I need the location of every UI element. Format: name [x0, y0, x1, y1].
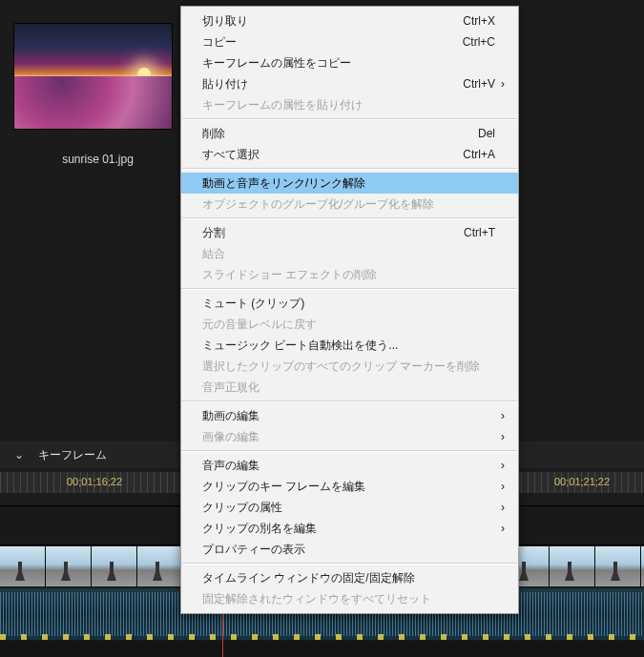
menu-separator: [182, 217, 517, 219]
timecode-right: 00;01;21;22: [554, 476, 610, 487]
menu-item-label: 画像の編集: [202, 429, 495, 445]
menu-item-label: プロパティーの表示: [202, 542, 495, 558]
menu-separator: [182, 450, 517, 452]
menu-item-shortcut: Ctrl+T: [464, 226, 495, 239]
menu-separator: [182, 168, 517, 170]
menu-item[interactable]: 分割Ctrl+T: [181, 222, 518, 243]
menu-separator: [182, 563, 517, 565]
menu-item-label: すべて選択: [202, 147, 455, 163]
menu-item-label: コピー: [202, 34, 455, 51]
menu-item-label: クリップの別名を編集: [202, 521, 495, 537]
menu-item[interactable]: 切り取りCtrl+X: [181, 10, 518, 31]
menu-item: 固定解除されたウィンドウをすべてリセット: [181, 588, 518, 609]
video-frame-thumb[interactable]: [46, 546, 92, 586]
menu-item-label: 音声正規化: [202, 380, 495, 396]
menu-item[interactable]: クリップの別名を編集›: [181, 518, 518, 539]
menu-item-label: 音声の編集: [202, 458, 495, 474]
menu-item-label: 固定解除されたウィンドウをすべてリセット: [202, 591, 495, 607]
menu-item[interactable]: プロパティーの表示: [181, 539, 518, 560]
submenu-arrow-icon: ›: [495, 480, 505, 493]
menu-item-shortcut: Del: [478, 127, 495, 140]
timeline-footer: [0, 641, 644, 657]
submenu-arrow-icon: ›: [495, 409, 505, 422]
submenu-arrow-icon: ›: [495, 522, 505, 535]
menu-item-label: 結合: [202, 246, 495, 262]
menu-item: 結合: [181, 243, 518, 264]
menu-item: キーフレームの属性を貼り付け: [181, 94, 518, 115]
submenu-arrow-icon: ›: [495, 459, 505, 472]
menu-item-label: キーフレームの属性をコピー: [202, 55, 495, 72]
menu-item-label: 削除: [202, 126, 470, 142]
video-frame-thumb[interactable]: [595, 546, 641, 586]
menu-item-label: 動画と音声をリンク/リンク解除: [202, 175, 495, 192]
menu-item: 元の音量レベルに戻す: [181, 314, 518, 335]
menu-item[interactable]: 動画の編集›: [181, 405, 518, 426]
menu-item: 画像の編集›: [181, 426, 518, 447]
chevron-down-icon[interactable]: ⌄: [0, 448, 38, 462]
video-frame-thumb[interactable]: [0, 546, 46, 586]
menu-item[interactable]: すべて選択Ctrl+A: [181, 144, 518, 165]
menu-item-label: キーフレームの属性を貼り付け: [202, 97, 495, 113]
menu-separator: [182, 400, 517, 402]
menu-item-label: オブジェクトのグループ化/グループ化を解除: [202, 196, 495, 213]
menu-item-label: クリップの属性: [202, 500, 495, 516]
video-frame-thumb[interactable]: [137, 546, 183, 586]
menu-item: 音声正規化: [181, 377, 518, 398]
app-root: sunrise 01.jpg ⌄ キーフレーム 00;01;16;22 00;0…: [0, 0, 644, 657]
menu-item-label: 貼り付け: [202, 76, 455, 92]
menu-item: オブジェクトのグループ化/グループ化を解除: [181, 194, 518, 215]
menu-item: スライドショー エフェクトの削除: [181, 264, 518, 285]
menu-item-label: 切り取り: [202, 13, 455, 30]
menu-item-label: ミュージック ビート自動検出を使う...: [202, 338, 495, 354]
submenu-arrow-icon: ›: [495, 501, 505, 514]
menu-item-shortcut: Ctrl+X: [463, 14, 495, 28]
menu-item-label: ミュート (クリップ): [202, 296, 495, 312]
media-clip[interactable]: sunrise 01.jpg: [14, 24, 181, 166]
menu-item[interactable]: ミュージック ビート自動検出を使う...: [181, 335, 518, 356]
submenu-arrow-icon: ›: [495, 77, 505, 91]
keyframe-button[interactable]: キーフレーム: [38, 447, 143, 463]
video-frame-thumb[interactable]: [550, 546, 595, 586]
menu-item[interactable]: クリップのキー フレームを編集›: [181, 476, 518, 497]
menu-item-label: タイムライン ウィンドウの固定/固定解除: [202, 570, 495, 586]
menu-item-label: 動画の編集: [202, 408, 495, 424]
menu-item[interactable]: キーフレームの属性をコピー: [181, 52, 518, 73]
menu-item[interactable]: 音声の編集›: [181, 455, 518, 476]
menu-item-label: 元の音量レベルに戻す: [202, 317, 495, 333]
menu-item[interactable]: クリップの属性›: [181, 497, 518, 518]
menu-item-shortcut: Ctrl+V: [463, 77, 495, 91]
timecode-left: 00;01;16;22: [67, 476, 122, 487]
menu-separator: [182, 118, 517, 120]
menu-item-label: クリップのキー フレームを編集: [202, 479, 495, 495]
menu-item-label: スライドショー エフェクトの削除: [202, 267, 495, 283]
menu-item[interactable]: 削除Del: [181, 123, 518, 144]
menu-item[interactable]: 貼り付けCtrl+V›: [181, 73, 518, 94]
media-filename: sunrise 01.jpg: [14, 153, 181, 166]
menu-item[interactable]: ミュート (クリップ): [181, 293, 518, 314]
menu-item-label: 選択したクリップのすべてのクリップ マーカーを削除: [202, 359, 495, 375]
menu-item-label: 分割: [202, 225, 456, 241]
menu-item[interactable]: 動画と音声をリンク/リンク解除: [181, 173, 518, 194]
menu-separator: [182, 288, 517, 290]
video-frame-thumb[interactable]: [92, 546, 137, 586]
submenu-arrow-icon: ›: [495, 430, 505, 443]
menu-item[interactable]: コピーCtrl+C: [181, 31, 518, 52]
menu-item[interactable]: タイムライン ウィンドウの固定/固定解除: [181, 567, 518, 588]
menu-item-shortcut: Ctrl+C: [463, 35, 495, 49]
menu-item-shortcut: Ctrl+A: [463, 148, 495, 161]
context-menu: 切り取りCtrl+XコピーCtrl+Cキーフレームの属性をコピー貼り付けCtrl…: [180, 6, 519, 614]
media-thumbnail: [14, 24, 172, 129]
menu-item: 選択したクリップのすべてのクリップ マーカーを削除: [181, 356, 518, 377]
